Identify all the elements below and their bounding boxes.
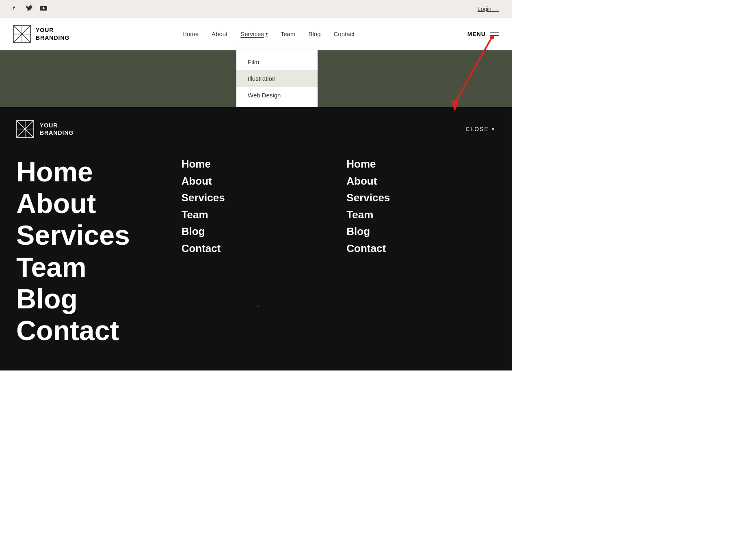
dropdown-film[interactable]: Film — [236, 54, 318, 70]
logo-text: YOUR BRANDING — [36, 26, 69, 41]
top-bar: f Login → — [0, 0, 512, 18]
nav-team[interactable]: Team — [281, 30, 296, 37]
menu-content: Home About Services Team Blog Contact Ho… — [16, 148, 495, 346]
nav-blog[interactable]: Blog — [308, 30, 320, 37]
logo-icon — [13, 25, 31, 43]
overlay-ter-team[interactable]: Team — [346, 207, 495, 224]
social-icons: f — [13, 5, 47, 13]
overlay-sec-about[interactable]: About — [182, 173, 331, 190]
menu-col-main: Home About Services Team Blog Contact — [16, 156, 165, 346]
menu-col-tertiary: Home About Services Team Blog Contact — [346, 156, 495, 346]
overlay-nav-services[interactable]: Services — [16, 219, 165, 251]
services-dropdown: Film Illustration Web Design — [236, 50, 318, 107]
svg-text:f: f — [13, 5, 15, 11]
nav-home[interactable]: Home — [182, 30, 199, 37]
overlay-logo-text: YOUR BRANDING — [40, 122, 74, 136]
overlay-sec-contact[interactable]: Contact — [182, 240, 331, 257]
dropdown-webdesign[interactable]: Web Design — [236, 87, 318, 103]
nav-contact[interactable]: Contact — [333, 30, 355, 37]
logo[interactable]: YOUR BRANDING — [13, 25, 69, 43]
login-link[interactable]: Login → — [478, 6, 499, 12]
overlay-ter-blog[interactable]: Blog — [346, 223, 495, 240]
main-nav: Home About Services ▾ Team Blog Contact — [182, 30, 355, 37]
chevron-down-icon: ▾ — [266, 32, 268, 36]
overlay-logo-icon — [16, 120, 34, 138]
plus-icon: + — [256, 302, 260, 311]
overlay-ter-services[interactable]: Services — [346, 190, 495, 207]
overlay-logo[interactable]: YOUR BRANDING — [16, 120, 74, 138]
site-header: YOUR BRANDING Home About Services ▾ Team… — [0, 18, 512, 50]
twitter-icon[interactable] — [26, 5, 32, 13]
overlay-nav-about[interactable]: About — [16, 187, 165, 219]
overlay-header: YOUR BRANDING CLOSE × — [16, 107, 495, 148]
menu-overlay: YOUR BRANDING CLOSE × Home About Service… — [0, 107, 512, 370]
overlay-nav-contact[interactable]: Contact — [16, 314, 165, 346]
overlay-ter-home[interactable]: Home — [346, 156, 495, 173]
menu-col-secondary: Home About Services Team Blog Contact — [182, 156, 331, 346]
overlay-nav-home[interactable]: Home — [16, 156, 165, 187]
overlay-nav-team[interactable]: Team — [16, 251, 165, 283]
overlay-ter-contact[interactable]: Contact — [346, 240, 495, 257]
overlay-ter-about[interactable]: About — [346, 173, 495, 190]
dropdown-illustration[interactable]: Illustration — [236, 70, 318, 87]
overlay-sec-blog[interactable]: Blog — [182, 223, 331, 240]
facebook-icon[interactable]: f — [13, 5, 19, 13]
overlay-sec-home[interactable]: Home — [182, 156, 331, 173]
overlay-sec-team[interactable]: Team — [182, 207, 331, 224]
overlay-sec-services[interactable]: Services — [182, 190, 331, 207]
menu-button[interactable]: MENU — [467, 31, 499, 37]
overlay-nav-blog[interactable]: Blog — [16, 283, 165, 314]
youtube-icon[interactable] — [40, 5, 47, 13]
nav-services[interactable]: Services ▾ — [240, 30, 268, 37]
nav-about[interactable]: About — [212, 30, 227, 37]
close-button[interactable]: CLOSE × — [465, 126, 495, 132]
hamburger-icon — [490, 32, 499, 36]
menu-label: MENU — [467, 31, 486, 37]
